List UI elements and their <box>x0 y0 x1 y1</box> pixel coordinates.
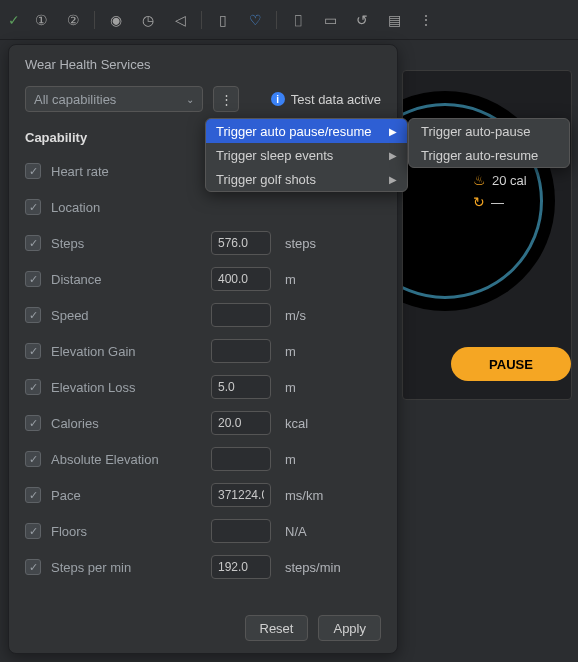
capability-checkbox[interactable]: ✓ <box>25 343 41 359</box>
capability-checkbox[interactable]: ✓ <box>25 451 41 467</box>
capability-input[interactable] <box>211 267 271 291</box>
capability-row: ✓ Elevation Loss m <box>25 369 381 405</box>
info-icon: i <box>271 92 285 106</box>
submenu-item[interactable]: Trigger auto-pause <box>409 119 569 143</box>
capability-label: Steps <box>51 236 201 251</box>
capability-label: Pace <box>51 488 201 503</box>
fire-icon: ♨ <box>473 172 486 188</box>
divider <box>201 11 202 29</box>
capability-row: ✓ Distance m <box>25 261 381 297</box>
capability-unit: m <box>285 380 296 395</box>
menu-item-label: Trigger auto pause/resume <box>216 124 372 139</box>
capability-label: Absolute Elevation <box>51 452 201 467</box>
capability-label: Floors <box>51 524 201 539</box>
capability-row: ✓ Elevation Gain m <box>25 333 381 369</box>
capability-unit: m <box>285 452 296 467</box>
capability-input[interactable] <box>211 375 271 399</box>
video-icon[interactable]: ▭ <box>319 9 341 31</box>
status-label: Test data active <box>291 92 381 107</box>
capability-input[interactable] <box>211 555 271 579</box>
clock-icon[interactable]: ◷ <box>137 9 159 31</box>
check-icon: ✓ <box>8 12 20 28</box>
menu-item-label: Trigger sleep events <box>216 148 333 163</box>
globe-icon[interactable]: ◉ <box>105 9 127 31</box>
chevron-right-icon: ▶ <box>389 150 397 161</box>
capability-unit: ms/km <box>285 488 323 503</box>
capability-unit: m <box>285 344 296 359</box>
capability-row: ✓ Speed m/s <box>25 297 381 333</box>
capability-row: ✓ Location <box>25 189 381 225</box>
heart-icon[interactable]: ♡ <box>244 9 266 31</box>
capability-input[interactable] <box>211 303 271 327</box>
chevron-right-icon: ▶ <box>389 174 397 185</box>
capability-row: ✓ Floors N/A <box>25 513 381 549</box>
menu-item[interactable]: Trigger golf shots▶ <box>206 167 407 191</box>
capability-input[interactable] <box>211 231 271 255</box>
capability-checkbox[interactable]: ✓ <box>25 379 41 395</box>
capability-checkbox[interactable]: ✓ <box>25 199 41 215</box>
watch-dash-row: ↻ — <box>473 194 572 210</box>
more-button[interactable]: ⋮ <box>213 86 239 112</box>
capability-label: Distance <box>51 272 201 287</box>
menu-item[interactable]: Trigger auto pause/resume▶ <box>206 119 407 143</box>
timer1-icon[interactable]: ① <box>30 9 52 31</box>
panel-title: Wear Health Services <box>25 57 381 72</box>
device-icon[interactable]: ▯ <box>212 9 234 31</box>
capability-label: Speed <box>51 308 201 323</box>
divider <box>276 11 277 29</box>
menu-item[interactable]: Trigger sleep events▶ <box>206 143 407 167</box>
menu-item-label: Trigger golf shots <box>216 172 316 187</box>
capability-checkbox[interactable]: ✓ <box>25 235 41 251</box>
capability-checkbox[interactable]: ✓ <box>25 271 41 287</box>
capabilities-select[interactable]: All capabilities ⌄ <box>25 86 203 112</box>
overflow-icon[interactable]: ⋮ <box>415 9 437 31</box>
cards-icon[interactable]: ▤ <box>383 9 405 31</box>
trigger-menu: Trigger auto pause/resume▶Trigger sleep … <box>205 118 408 192</box>
capability-input[interactable] <box>211 411 271 435</box>
capability-input[interactable] <box>211 447 271 471</box>
capability-label: Elevation Loss <box>51 380 201 395</box>
capability-label: Location <box>51 200 201 215</box>
capability-checkbox[interactable]: ✓ <box>25 559 41 575</box>
capability-unit: N/A <box>285 524 307 539</box>
capability-label: Elevation Gain <box>51 344 201 359</box>
capability-label: Calories <box>51 416 201 431</box>
play-icon[interactable]: ◁ <box>169 9 191 31</box>
watch-calories: 20 cal <box>492 173 527 188</box>
submenu-item-label: Trigger auto-pause <box>421 124 530 139</box>
chevron-down-icon: ⌄ <box>186 94 194 105</box>
capability-unit: m/s <box>285 308 306 323</box>
reset-button[interactable]: Reset <box>245 615 309 641</box>
capability-label: Steps per min <box>51 560 201 575</box>
capability-checkbox[interactable]: ✓ <box>25 163 41 179</box>
capability-row: ✓ Calories kcal <box>25 405 381 441</box>
capability-unit: kcal <box>285 416 308 431</box>
capability-row: ✓ Steps steps <box>25 225 381 261</box>
divider <box>94 11 95 29</box>
capability-row: ✓ Pace ms/km <box>25 477 381 513</box>
reload-icon[interactable]: ↺ <box>351 9 373 31</box>
capability-checkbox[interactable]: ✓ <box>25 307 41 323</box>
capability-input[interactable] <box>211 519 271 543</box>
watch-dash: — <box>491 195 504 210</box>
capability-unit: steps <box>285 236 316 251</box>
submenu-item-label: Trigger auto-resume <box>421 148 538 163</box>
capability-input[interactable] <box>211 483 271 507</box>
watch-calories-row: ♨ 20 cal <box>473 172 572 188</box>
camera-icon[interactable]: ⌷ <box>287 9 309 31</box>
capability-input[interactable] <box>211 339 271 363</box>
capability-list: ✓ Heart rate bpm ✓ Location ✓ Steps step… <box>25 153 381 585</box>
timer2-icon[interactable]: ② <box>62 9 84 31</box>
pause-button[interactable]: PAUSE <box>451 347 571 381</box>
capability-row: ✓ Steps per min steps/min <box>25 549 381 585</box>
capability-checkbox[interactable]: ✓ <box>25 487 41 503</box>
capability-checkbox[interactable]: ✓ <box>25 415 41 431</box>
loop-icon: ↻ <box>473 194 485 210</box>
submenu-item[interactable]: Trigger auto-resume <box>409 143 569 167</box>
trigger-submenu: Trigger auto-pauseTrigger auto-resume <box>408 118 570 168</box>
chevron-right-icon: ▶ <box>389 126 397 137</box>
apply-button[interactable]: Apply <box>318 615 381 641</box>
capabilities-select-label: All capabilities <box>34 92 116 107</box>
capability-checkbox[interactable]: ✓ <box>25 523 41 539</box>
toolbar: ✓ ① ② ◉ ◷ ◁ ▯ ♡ ⌷ ▭ ↺ ▤ ⋮ <box>0 0 578 40</box>
